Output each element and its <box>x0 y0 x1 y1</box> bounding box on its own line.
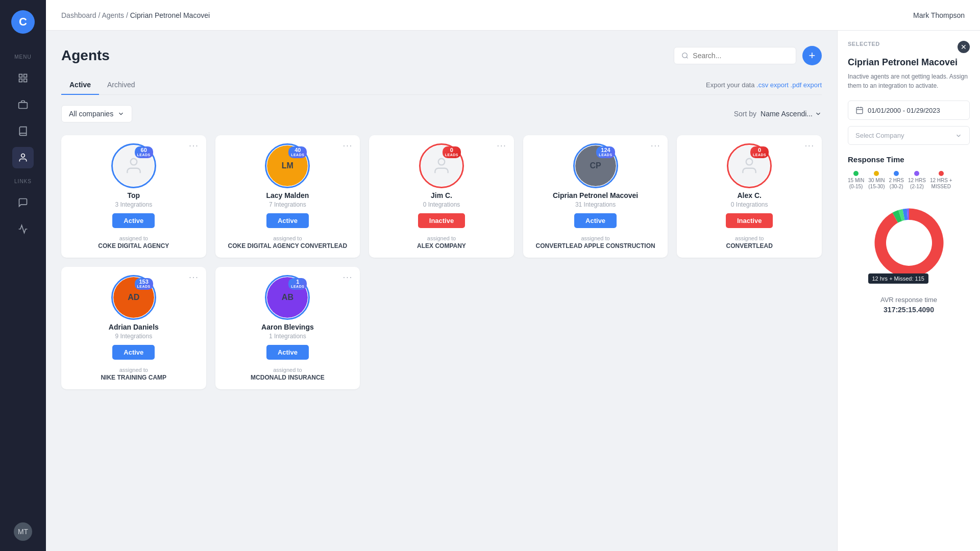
status-button[interactable]: Active <box>266 345 309 360</box>
company-select-placeholder: Select Company <box>855 132 904 139</box>
legend-item: 12 HRS(2-12) <box>908 171 926 190</box>
search-icon <box>681 52 689 60</box>
agents-area: Agents + Active Archived Export your dat… <box>46 31 837 551</box>
status-button[interactable]: Inactive <box>418 213 465 228</box>
assigned-company: MCDONALD INSURANCE <box>251 374 325 381</box>
card-menu[interactable]: ··· <box>189 273 199 282</box>
status-button[interactable]: Active <box>112 213 155 228</box>
assigned-label: assigned to <box>273 235 302 241</box>
csv-export-link[interactable]: .csv export <box>756 81 789 89</box>
svg-rect-2 <box>19 79 22 82</box>
legend-item: 15 MIN(0-15) <box>848 171 864 190</box>
agent-card[interactable]: ··· AD 153 LEADS Adrian Daniels 9 Integr… <box>61 267 206 389</box>
search-input[interactable] <box>693 52 789 60</box>
agent-integrations: 1 Integrations <box>269 333 306 340</box>
user-avatar[interactable]: MT <box>14 522 32 541</box>
chart-icon[interactable] <box>12 218 34 240</box>
agent-card[interactable]: ··· 0 LEADS Jim C. 0 Integrations Inacti… <box>369 135 514 258</box>
date-range-picker[interactable]: 01/01/2000 - 01/29/2023 <box>848 101 970 120</box>
breadcrumb-dashboard[interactable]: Dashboard <box>61 11 96 19</box>
right-panel: SELECTED ✕ Ciprian Petronel Macovei Inac… <box>837 31 980 551</box>
leads-count: 0 <box>758 147 761 153</box>
legend-item: 2 HRS(30-2) <box>889 171 903 190</box>
avatar-wrapper: 0 LEADS <box>421 145 462 186</box>
agent-integrations: 9 Integrations <box>115 333 152 340</box>
grid-icon[interactable] <box>12 67 34 89</box>
status-button[interactable]: Active <box>112 345 155 360</box>
page-title: Agents <box>61 47 110 64</box>
assigned-company: COKE DIGITAL AGENCY <box>98 242 169 249</box>
agent-card[interactable]: ··· 60 LEADS Top 3 Integrations Active a… <box>61 135 206 258</box>
svg-rect-11 <box>856 108 863 114</box>
leads-badge: 40 LEADS <box>288 146 307 158</box>
status-button[interactable]: Active <box>266 213 309 228</box>
agents-icon[interactable] <box>12 147 34 168</box>
card-menu[interactable]: ··· <box>805 141 815 151</box>
search-box <box>674 47 796 64</box>
date-range-value: 01/01/2000 - 01/29/2023 <box>868 107 940 114</box>
card-menu[interactable]: ··· <box>651 141 660 151</box>
add-agent-button[interactable]: + <box>802 46 822 65</box>
avatar-wrapper: CP 124 LEADS <box>575 145 616 186</box>
chat-icon[interactable] <box>12 192 34 213</box>
agent-card[interactable]: ··· LM 40 LEADS Lacy Malden 7 Integratio… <box>215 135 360 258</box>
legend-dot <box>939 171 944 176</box>
book-icon[interactable] <box>12 120 34 142</box>
card-menu[interactable]: ··· <box>343 273 353 282</box>
tab-active[interactable]: Active <box>61 76 99 95</box>
briefcase-icon[interactable] <box>12 94 34 115</box>
leads-label: LEADS <box>291 153 304 157</box>
sort-value-dropdown[interactable]: Name Ascendi... <box>761 110 822 118</box>
chevron-down-icon <box>117 110 125 117</box>
sort-chevron-icon <box>815 110 822 117</box>
assigned-label: assigned to <box>273 367 302 373</box>
breadcrumb-agents[interactable]: Agents <box>102 11 124 19</box>
agents-header: Agents + <box>61 46 822 65</box>
leads-count: 124 <box>601 147 610 153</box>
leads-label: LEADS <box>599 153 612 157</box>
donut-tooltip: 12 hrs + Missed: 115 <box>868 273 928 284</box>
agent-card[interactable]: ··· AB 1 LEADS Aaron Blevings 1 Integrat… <box>215 267 360 389</box>
assigned-label: assigned to <box>119 367 148 373</box>
leads-badge: 153 LEADS <box>135 278 153 290</box>
logo[interactable]: C <box>11 10 35 34</box>
legend-dot <box>914 171 919 176</box>
company-select-dropdown[interactable]: Select Company <box>848 126 970 145</box>
agent-name: Ciprian Petronel Macovei <box>553 191 638 199</box>
tab-archived[interactable]: Archived <box>99 76 143 95</box>
agent-card[interactable]: ··· CP 124 LEADS Ciprian Petronel Macove… <box>523 135 668 258</box>
leads-badge: 0 LEADS <box>750 146 769 158</box>
donut-chart: 12 hrs + Missed: 115 <box>863 197 955 289</box>
agent-name: Lacy Malden <box>266 191 309 199</box>
svg-rect-3 <box>24 79 27 82</box>
assigned-company: CONVERTLEAD <box>726 242 773 249</box>
close-panel-button[interactable]: ✕ <box>958 41 970 53</box>
status-button[interactable]: Inactive <box>726 213 773 228</box>
leads-label: LEADS <box>137 153 151 157</box>
card-menu[interactable]: ··· <box>343 141 353 151</box>
agent-integrations: 3 Integrations <box>115 201 152 208</box>
leads-count: 1 <box>296 279 299 285</box>
status-button[interactable]: Active <box>574 213 617 228</box>
agent-card[interactable]: ··· 0 LEADS Alex C. 0 Integrations Inact… <box>677 135 822 258</box>
assigned-company: NIKE TRAINING CAMP <box>101 374 166 381</box>
panel-header: SELECTED ✕ <box>848 41 970 53</box>
avatar-wrapper: LM 40 LEADS <box>267 145 308 186</box>
selected-label: SELECTED <box>848 41 880 47</box>
assigned-company: COKE DIGITAL AGENCY CONVERTLEAD <box>228 242 348 249</box>
leads-label: LEADS <box>137 285 151 289</box>
sort-row: Sort by Name Ascendi... <box>734 110 822 118</box>
leads-label: LEADS <box>291 285 304 289</box>
selected-agent-desc: Inactive agents are not getting leads. A… <box>848 72 970 90</box>
company-filter-dropdown[interactable]: All companies <box>61 105 132 122</box>
filters-row: All companies Sort by Name Ascendi... <box>61 105 822 122</box>
avatar-wrapper: AB 1 LEADS <box>267 277 308 318</box>
pdf-export-link[interactable]: .pdf export <box>791 81 822 89</box>
user-name[interactable]: Mark Thompson <box>913 11 965 19</box>
svg-rect-0 <box>19 74 22 78</box>
breadcrumb: Dashboard / Agents / Ciprian Petronel Ma… <box>61 11 210 19</box>
export-row: Export your data .csv export .pdf export <box>706 81 822 89</box>
svg-line-7 <box>687 57 688 59</box>
card-menu[interactable]: ··· <box>189 141 199 151</box>
card-menu[interactable]: ··· <box>497 141 506 151</box>
